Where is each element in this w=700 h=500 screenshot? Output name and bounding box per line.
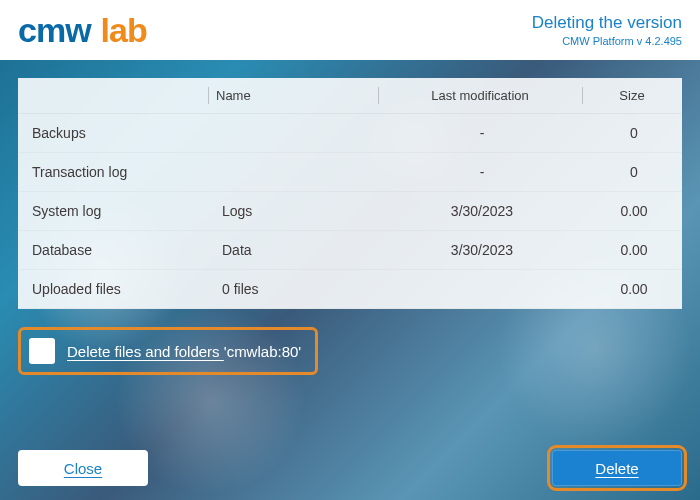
checkbox-instance: 'cmwlab:80' — [224, 343, 301, 360]
checkbox-box[interactable] — [29, 338, 55, 364]
logo: cmw lab — [18, 11, 147, 50]
cell-name: Data — [208, 231, 378, 270]
logo-cmw: cmw — [18, 11, 91, 50]
cell-size: 0 — [582, 153, 682, 192]
header-right: Deleting the version CMW Platform v 4.2.… — [532, 13, 682, 47]
cell-name: Logs — [208, 192, 378, 231]
cell-last-mod: - — [378, 153, 582, 192]
cell-name — [208, 114, 378, 153]
delete-files-checkbox[interactable]: Delete files and folders 'cmwlab:80' — [18, 327, 318, 375]
cell-name — [208, 153, 378, 192]
cell-category: System log — [18, 192, 208, 231]
delete-button[interactable]: Delete — [552, 450, 682, 486]
checkbox-text: Delete files and folders — [67, 343, 224, 360]
table-row: System log Logs 3/30/2023 0.00 — [18, 192, 682, 231]
cell-last-mod: 3/30/2023 — [378, 231, 582, 270]
close-button[interactable]: Close — [18, 450, 148, 486]
cell-size: 0.00 — [582, 231, 682, 270]
col-category — [18, 78, 208, 114]
version-table: Name Last modification Size Backups - 0 … — [18, 78, 682, 309]
cell-last-mod: 3/30/2023 — [378, 192, 582, 231]
cell-size: 0 — [582, 114, 682, 153]
cell-size: 0.00 — [582, 270, 682, 309]
checkbox-label: Delete files and folders 'cmwlab:80' — [67, 343, 301, 360]
table-row: Uploaded files 0 files 0.00 — [18, 270, 682, 309]
table-row: Transaction log - 0 — [18, 153, 682, 192]
col-last-mod: Last modification — [378, 78, 582, 114]
col-name: Name — [208, 78, 378, 114]
logo-lab: lab — [101, 11, 147, 50]
cell-last-mod — [378, 270, 582, 309]
cell-category: Backups — [18, 114, 208, 153]
table-row: Database Data 3/30/2023 0.00 — [18, 231, 682, 270]
table-row: Backups - 0 — [18, 114, 682, 153]
content: Name Last modification Size Backups - 0 … — [0, 60, 700, 387]
cell-category: Database — [18, 231, 208, 270]
cell-name: 0 files — [208, 270, 378, 309]
cell-category: Transaction log — [18, 153, 208, 192]
cell-category: Uploaded files — [18, 270, 208, 309]
version-label: CMW Platform v 4.2.495 — [532, 35, 682, 47]
cell-size: 0.00 — [582, 192, 682, 231]
col-size: Size — [582, 78, 682, 114]
page-title: Deleting the version — [532, 13, 682, 33]
header: cmw lab Deleting the version CMW Platfor… — [0, 0, 700, 60]
footer: Close Delete — [18, 450, 682, 486]
cell-last-mod: - — [378, 114, 582, 153]
